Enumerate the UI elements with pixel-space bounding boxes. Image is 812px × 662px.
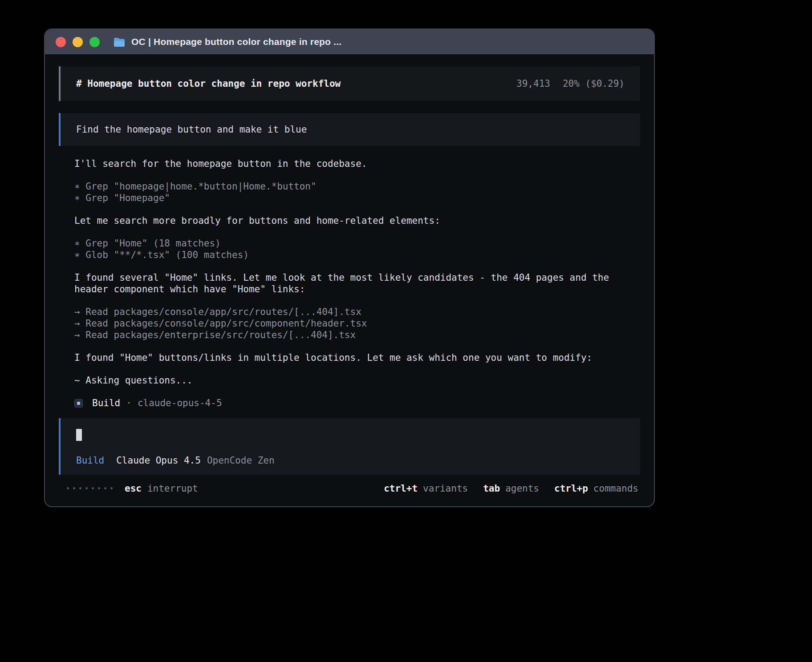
ctrl-t-key-hint: ctrl+t — [384, 483, 418, 494]
tool-call-grep: ∗ Grep "homepage|home.*button|Home.*butt… — [74, 181, 625, 192]
assistant-message: Let me search more broadly for buttons a… — [74, 215, 625, 226]
interrupt-label: interrupt — [147, 483, 198, 494]
variants-label: variants — [423, 483, 468, 494]
progress-dots — [67, 487, 113, 489]
separator-dot: · — [126, 397, 132, 409]
shortcut-commands: ctrl+p commands — [554, 483, 638, 494]
tool-call-group: → Read packages/console/app/src/routes/[… — [74, 306, 625, 341]
input-provider: OpenCode Zen — [207, 455, 275, 466]
tool-call-glob: ∗ Glob "**/*.tsx" (100 matches) — [74, 249, 625, 261]
tool-call-group: ∗ Grep "Home" (18 matches) ∗ Glob "**/*.… — [74, 238, 625, 261]
traffic-lights — [56, 37, 100, 47]
status-left: esc interrupt — [67, 483, 198, 494]
agents-label: agents — [505, 483, 539, 494]
input-meta: Build Claude Opus 4.5 OpenCode Zen — [76, 455, 625, 466]
tool-call-grep: ∗ Grep "Home" (18 matches) — [74, 238, 625, 249]
session-title: # Homepage button color change in repo w… — [76, 78, 341, 89]
close-button[interactable] — [56, 37, 66, 47]
assistant-text: I found "Home" buttons/links in multiple… — [74, 352, 625, 363]
shortcut-variants: ctrl+t variants — [384, 483, 468, 494]
terminal-window: OC | Homepage button color change in rep… — [44, 28, 655, 507]
tool-call-grep: ∗ Grep "Homepage" — [74, 192, 625, 204]
assistant-message: I'll search for the homepage button in t… — [74, 158, 625, 170]
user-message: Find the homepage button and make it blu… — [59, 113, 640, 146]
tab-key-hint: tab — [483, 483, 500, 494]
asking-questions-status: ~ Asking questions... — [74, 375, 625, 386]
terminal-body: # Homepage button color change in repo w… — [45, 54, 654, 506]
tool-call-group: ∗ Grep "homepage|home.*button|Home.*butt… — [74, 181, 625, 204]
zoom-button[interactable] — [89, 37, 100, 47]
session-meta: 39,413 20% ($0.29) — [516, 78, 625, 89]
window-title: OC | Homepage button color change in rep… — [131, 36, 341, 47]
tool-call-read: → Read packages/console/app/src/componen… — [74, 318, 625, 329]
minimize-button[interactable] — [73, 37, 83, 47]
input-mode: Build — [76, 455, 104, 466]
assistant-text: Let me search more broadly for buttons a… — [74, 215, 625, 226]
esc-key-hint: esc — [125, 483, 142, 494]
context-usage: 20% ($0.29) — [563, 78, 625, 89]
titlebar[interactable]: OC | Homepage button color change in rep… — [45, 29, 654, 54]
status-bar: esc interrupt ctrl+t variants tab agents… — [59, 482, 640, 494]
assistant-status: ~ Asking questions... — [74, 375, 625, 386]
prompt-input[interactable]: Build Claude Opus 4.5 OpenCode Zen — [59, 418, 640, 475]
status-right: ctrl+t variants tab agents ctrl+p comman… — [384, 483, 638, 494]
desktop-background: { "colors": { "accent_blue": "#64a0e4", … — [0, 0, 812, 662]
agent-name: Build — [92, 397, 120, 409]
assistant-text: I found several "Home" links. Let me loo… — [74, 272, 625, 295]
assistant-message: I found several "Home" links. Let me loo… — [74, 272, 625, 295]
session-header: # Homepage button color change in repo w… — [59, 66, 640, 101]
agent-model: claude-opus-4-5 — [138, 397, 222, 409]
input-model: Claude Opus 4.5 — [116, 455, 201, 466]
assistant-message: I found "Home" buttons/links in multiple… — [74, 352, 625, 363]
agent-status-row: Build · claude-opus-4-5 — [74, 397, 625, 409]
ctrl-p-key-hint: ctrl+p — [554, 483, 588, 494]
agent-dot-icon — [77, 402, 80, 405]
folder-icon — [113, 37, 126, 47]
agent-icon — [74, 399, 83, 408]
tool-call-read: → Read packages/console/app/src/routes/[… — [74, 306, 625, 318]
shortcut-agents: tab agents — [483, 483, 539, 494]
conversation: I'll search for the homepage button in t… — [59, 158, 640, 409]
commands-label: commands — [593, 483, 638, 494]
text-cursor — [76, 429, 82, 441]
assistant-text: I'll search for the homepage button in t… — [74, 158, 625, 170]
tool-call-read: → Read packages/enterprise/src/routes/[.… — [74, 329, 625, 341]
user-message-text: Find the homepage button and make it blu… — [76, 124, 307, 135]
token-count: 39,413 — [516, 78, 550, 89]
